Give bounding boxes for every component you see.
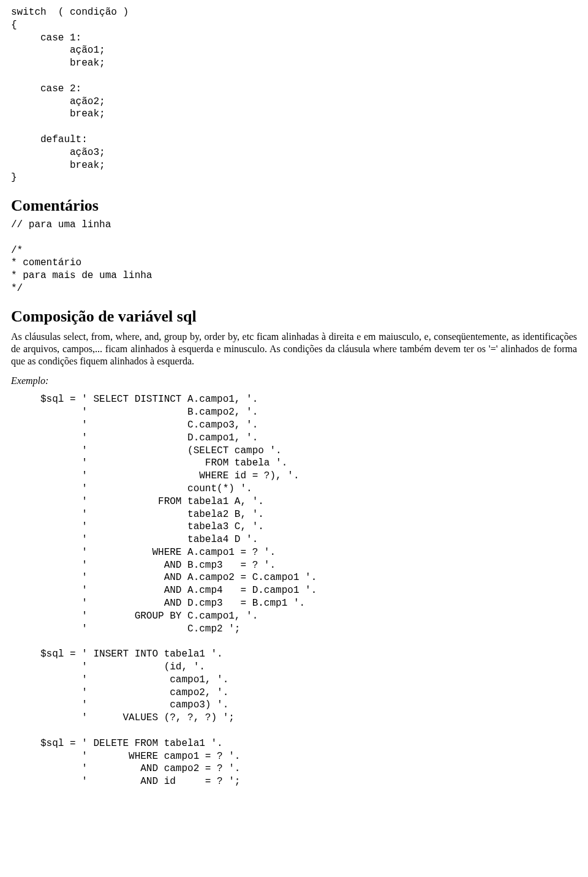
label-exemplo: Exemplo: (11, 375, 577, 388)
heading-composicao-sql: Composição de variável sql (11, 306, 577, 327)
code-switch-block: switch ( condição ) { case 1: ação1; bre… (11, 6, 577, 184)
paragraph-sql-alignment: As cláusulas select, from, where, and, g… (11, 331, 577, 367)
code-comments-block: // para uma linha /* * comentário * para… (11, 219, 577, 295)
code-sql-example: $sql = ' SELECT DISTINCT A.campo1, '. ' … (11, 393, 577, 788)
heading-comentarios: Comentários (11, 195, 577, 216)
